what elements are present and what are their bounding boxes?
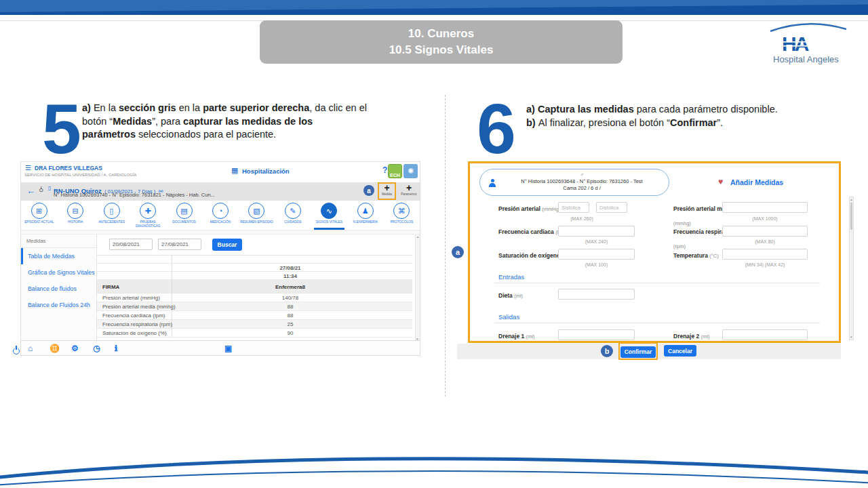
temp-input[interactable] bbox=[722, 249, 808, 260]
nav-protocolos[interactable]: ⌘PROTOCOLOS bbox=[384, 201, 420, 230]
dieta-input[interactable] bbox=[558, 289, 635, 300]
fc-input[interactable] bbox=[558, 226, 635, 237]
cancelar-button[interactable]: Cancelar bbox=[664, 345, 696, 357]
so-helper: (MAX 100) bbox=[558, 262, 635, 267]
date-from-input[interactable] bbox=[109, 239, 153, 250]
nav-medicacion[interactable]: ◔MEDICACIÓN bbox=[202, 201, 238, 230]
slide-title-line1: 10. Cuneros bbox=[408, 26, 474, 42]
vertical-scrollbar[interactable]: ▴ ▾ bbox=[415, 235, 420, 342]
measure-date: 27/08/21 bbox=[172, 264, 409, 270]
male-icon: ♂ bbox=[580, 172, 583, 177]
heart-pulse-icon: ♥ bbox=[718, 177, 723, 186]
emr-footer-toolbar: ⌂ ♊ ⚙ ◷ ℹ ▣ bbox=[21, 340, 420, 355]
table-row-date: 27/08/21 bbox=[97, 264, 412, 272]
parametros-button[interactable]: + Parametros bbox=[399, 184, 418, 200]
historia-icon: ⊟ bbox=[67, 203, 83, 219]
medida-button[interactable]: + Medida bbox=[378, 182, 396, 200]
nav-antecedentes[interactable]: ▯ANTECEDENTES bbox=[94, 201, 130, 230]
atom-icon[interactable]: ✺ bbox=[403, 164, 418, 178]
cuidados-icon: ✎ bbox=[285, 203, 301, 219]
drenaje1-input[interactable] bbox=[558, 329, 635, 340]
slide-title-line2: 10.5 Signos Vitales bbox=[389, 42, 494, 58]
home-icon[interactable]: ⌂ bbox=[28, 344, 33, 353]
temp-helper: (MIN 34) (MAX 42) bbox=[722, 262, 808, 267]
modal-scrollbar[interactable]: ▴ ▾ bbox=[849, 197, 854, 340]
parametros-button-label: Parametros bbox=[399, 192, 418, 196]
search-patient-icon[interactable]: ♊ bbox=[50, 344, 60, 353]
history-clock-icon[interactable]: ◷ bbox=[93, 344, 100, 353]
pam-helper: (MAX 1000) bbox=[722, 216, 808, 221]
sidebar-item-grafica-signos[interactable]: Gráfica de Signos Vitales bbox=[21, 264, 96, 281]
enfermeria-icon: ♟ bbox=[357, 203, 374, 219]
nav-pruebas-diagnosticas[interactable]: ✚PRUEBAS DIAGNÓSTICAS bbox=[130, 201, 165, 230]
nav-historia[interactable]: ⊟HISTORIA bbox=[57, 201, 93, 230]
nav-documentos[interactable]: ▤DOCUMENTOS bbox=[166, 201, 202, 230]
info-icon[interactable]: ℹ bbox=[115, 344, 118, 353]
power-icon[interactable] bbox=[13, 348, 20, 354]
step-6-number: 6 bbox=[477, 99, 516, 159]
sidebar-item-balance-fluidos-24h[interactable]: Balance de Fluidos 24h bbox=[21, 297, 96, 313]
scrollbar-thumb[interactable] bbox=[850, 203, 852, 230]
signos-vitales-icon: ∿ bbox=[321, 203, 337, 219]
back-icon[interactable]: ← bbox=[26, 186, 35, 196]
svg-text:HA: HA bbox=[782, 33, 809, 55]
sistolica-input[interactable] bbox=[558, 202, 589, 213]
doctor-name: DRA FLORES VILLEGAS bbox=[35, 165, 102, 171]
fr-unit: (rpm) bbox=[673, 243, 686, 249]
table-row: Frecuencia cardiaca (lpm) 88 bbox=[97, 311, 412, 320]
module-label: Hospitalización bbox=[242, 167, 290, 175]
dieta-label: Dieta (ml) bbox=[498, 292, 523, 299]
drenaje1-label: Drenaje 1 (ml) bbox=[498, 333, 535, 340]
svg-text:Hospital Angeles: Hospital Angeles bbox=[773, 54, 839, 64]
archive-icon[interactable]: ▣ bbox=[224, 344, 232, 353]
drenaje2-input[interactable] bbox=[722, 329, 808, 340]
table-row: Frecuencia respiratoria (rpm) 25 bbox=[97, 320, 412, 329]
pam-unit: (mmhg) bbox=[673, 220, 691, 226]
pam-input[interactable] bbox=[722, 202, 808, 213]
pruebas-icon: ✚ bbox=[140, 203, 156, 219]
doc-icon: ▯ bbox=[48, 185, 51, 191]
emr-screenshot: ☰ DRA FLORES VILLEGAS SERVICIO DE HOSPIT… bbox=[20, 161, 420, 356]
date-to-input[interactable] bbox=[158, 239, 201, 250]
help-icon[interactable]: ? bbox=[382, 165, 387, 175]
nav-signos-vitales[interactable]: ∿SIGNOS VITALES bbox=[311, 201, 347, 230]
salidas-heading: Salidas bbox=[498, 313, 519, 321]
episodio-actual-icon: ⊞ bbox=[31, 203, 47, 219]
person-icon bbox=[488, 179, 496, 187]
ech-logo: ECH bbox=[388, 164, 402, 178]
fc-label: Frecuencia cardiaca (lpm) bbox=[498, 228, 567, 235]
top-banner bbox=[0, 0, 868, 15]
sidebar-item-balance-fluidos[interactable]: Balance de fluidos bbox=[21, 281, 96, 297]
nav-episodio-actual[interactable]: ⊞EPISODIO ACTUAL bbox=[21, 201, 57, 230]
emr-header: ☰ DRA FLORES VILLEGAS SERVICIO DE HOSPIT… bbox=[21, 162, 420, 182]
menu-icon[interactable]: ☰ bbox=[25, 164, 31, 171]
lightbulb-icon[interactable]: ⚲ bbox=[39, 186, 43, 193]
step-6-text: a) Captura las medidas para cada parámet… bbox=[526, 103, 825, 129]
documentos-icon: ▤ bbox=[176, 203, 193, 219]
pa-helper: (MAX 260) bbox=[558, 216, 606, 221]
section-divider bbox=[494, 323, 820, 323]
so-input[interactable] bbox=[558, 249, 635, 260]
nav-cuidados[interactable]: ✎CUIDADOS bbox=[275, 201, 311, 230]
hospital-angeles-logo: HA Hospital Angeles bbox=[768, 20, 849, 65]
logo-arc bbox=[770, 24, 846, 31]
patient-pill-text: ♂ N° Historia 1002693648 - N° Episodio: … bbox=[500, 171, 663, 192]
settings-icon[interactable]: ⚙ bbox=[71, 344, 79, 353]
fr-input[interactable] bbox=[722, 226, 808, 237]
table-row: Presión arterial media (mmhg) 88 bbox=[97, 302, 412, 311]
confirmar-button[interactable]: Confirmar bbox=[620, 346, 656, 358]
nav-enfermeria[interactable]: ♟N.ENFERMERIA bbox=[347, 201, 383, 230]
table-row-empty bbox=[97, 256, 412, 264]
pill-line1: N° Historia 1002693648 - N° Episodio: 76… bbox=[521, 178, 642, 184]
nav-resumen-episodio[interactable]: ▧RESUMEN EPISODIO bbox=[239, 201, 275, 230]
distolica-input[interactable] bbox=[596, 202, 627, 213]
pill-line2: Cama 202 / 6 d / bbox=[563, 185, 600, 191]
protocolos-icon: ⌘ bbox=[393, 203, 410, 219]
hospitalizacion-icon: ▦ bbox=[231, 166, 238, 175]
measure-time: 11:34 bbox=[172, 272, 409, 279]
sidebar-item-tabla-medidas[interactable]: Tabla de Medidas bbox=[21, 248, 96, 264]
antecedentes-icon: ▯ bbox=[104, 203, 120, 219]
patient-details: N° Historia 1002693740 - N° Episodio: 76… bbox=[54, 192, 215, 198]
buscar-button[interactable]: Buscar bbox=[212, 239, 242, 251]
fc-helper: (MAX 240) bbox=[558, 239, 635, 244]
